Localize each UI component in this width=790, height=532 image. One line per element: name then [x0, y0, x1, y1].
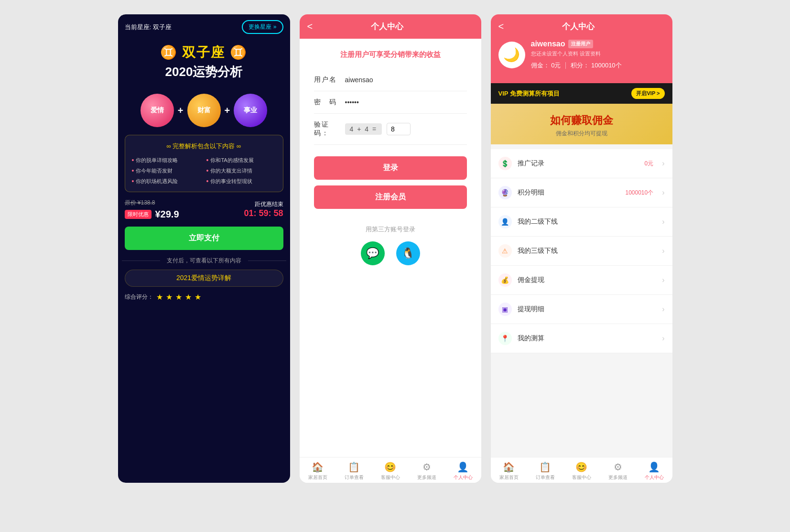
nav-home[interactable]: 🏠 家居首页 [300, 461, 336, 481]
password-label: 密 码 [314, 98, 340, 107]
profile-setup-text: 您还未设置个人资料 设置资料 [531, 50, 622, 57]
my-readings-label: 我的测算 [518, 334, 648, 343]
buy-button[interactable]: 立即支付 [125, 227, 283, 250]
orders-icon: 📋 [348, 461, 360, 473]
countdown-timer: 01: 59: 58 [244, 208, 283, 218]
vip-button[interactable]: 开启VIP > [631, 88, 664, 99]
bottom-nav-profile: 🏠 家居首页 📋 订单查看 😊 客服中心 ⚙ 更多频道 👤 个人中心 [491, 457, 672, 483]
zodiac-balls: 爱情 + 财富 + 事业 [118, 86, 290, 135]
nav-orders-p-label: 订单查看 [536, 474, 555, 481]
vip-text: VIP 免费测算所有项目 [498, 89, 560, 98]
nav-profile[interactable]: 👤 个人中心 [445, 461, 481, 481]
content-item: 你的职场机遇风险 [132, 177, 202, 185]
arrow-icon: › [662, 188, 664, 197]
captcha-row: 验证码： 4 + 4 = [314, 114, 467, 145]
commission-banner: 如何赚取佣金 佣金和积分均可提现 [491, 104, 672, 144]
login-button[interactable]: 登录 [314, 156, 467, 180]
bottom-nav-login: 🏠 家居首页 📋 订单查看 😊 客服中心 ⚙ 更多频道 👤 个人中心 [300, 457, 481, 483]
original-price: 原价 ¥138.8 [125, 199, 179, 207]
wechat-login-button[interactable]: 💬 [361, 241, 385, 265]
nav-orders[interactable]: 📋 订单查看 [336, 461, 372, 481]
back-button[interactable]: < [307, 21, 313, 32]
nav-more-p[interactable]: ⚙ 更多频道 [600, 461, 636, 481]
profile-icon: 👤 [457, 461, 469, 473]
qq-login-button[interactable]: 🐧 [396, 241, 420, 265]
avatar: 🌙 [498, 42, 525, 68]
balance-label: 佣金： 0元 [531, 61, 561, 70]
vip-banner: VIP 免费测算所有项目 开启VIP > [491, 83, 672, 104]
profile-stats: 佣金： 0元 积分： 1000010个 [531, 61, 622, 70]
arrow-icon: › [662, 159, 664, 168]
home-icon: 🏠 [312, 461, 324, 473]
menu-promo[interactable]: 💲 推广记录 0元 › [491, 149, 672, 178]
nav-more-label: 更多频道 [417, 474, 436, 481]
plus-sign-1: + [178, 105, 184, 116]
commission-sub: 佣金和积分均可提现 [498, 130, 665, 138]
arrow-icon: › [662, 334, 664, 343]
content-item: 你和TA的感情发展 [206, 156, 276, 164]
third-party-section: 用第三方账号登录 💬 🐧 [300, 220, 481, 275]
captcha-image: 4 + 4 = [345, 123, 382, 135]
star-2: ★ [166, 293, 173, 302]
withdraw-commission-icon: 💰 [498, 273, 512, 287]
change-sign-button[interactable]: 更换星座 » [242, 20, 283, 34]
content-item: 你的事业转型现状 [206, 177, 276, 185]
nav-more[interactable]: ⚙ 更多频道 [409, 461, 445, 481]
level3-icon: ⚠ [498, 244, 512, 258]
password-input[interactable] [345, 98, 467, 106]
my-readings-icon: 📍 [498, 332, 512, 345]
unlock-item: 2021爱情运势详解 [125, 270, 283, 287]
nav-home-p[interactable]: 🏠 家居首页 [491, 461, 527, 481]
captcha-label: 验证码： [314, 120, 340, 138]
nav-service[interactable]: 😊 客服中心 [372, 461, 409, 481]
nav-profile-label: 个人中心 [454, 474, 473, 481]
menu-level2[interactable]: 👤 我的二级下线 › [491, 207, 672, 237]
current-price: ¥29.9 [155, 209, 179, 220]
menu-withdraw-commission[interactable]: 💰 佣金提现 › [491, 266, 672, 295]
stat-divider [565, 62, 566, 69]
username-input[interactable] [345, 76, 467, 84]
login-promo-text: 注册用户可享受分销带来的收益 [300, 39, 481, 69]
service-icon-p: 😊 [575, 461, 587, 473]
more-icon-p: ⚙ [614, 461, 622, 473]
menu-list: 💲 推广记录 0元 › 🔮 积分明细 1000010个 › 👤 我的二级下线 ›… [491, 149, 672, 353]
star-3: ★ [175, 293, 182, 302]
menu-my-readings[interactable]: 📍 我的测算 › [491, 324, 672, 353]
menu-withdraw-detail[interactable]: ▣ 提现明细 › [491, 295, 672, 324]
commission-title: 如何赚取佣金 [498, 113, 665, 128]
wealth-ball: 财富 [187, 94, 221, 127]
points-label: 积分： 1000010个 [571, 61, 621, 70]
level3-label: 我的三级下线 [518, 247, 648, 255]
career-ball: 事业 [234, 94, 267, 127]
promo-value: 0元 [644, 160, 653, 168]
arrow-icon: › [662, 305, 664, 314]
zodiac-year-title: 2020运势分析 [118, 64, 290, 80]
profile-username: aiwensao [531, 40, 565, 48]
nav-home-label: 家居首页 [308, 474, 327, 481]
login-form: 用户名 密 码 验证码： 4 + 4 = [300, 69, 481, 145]
menu-points[interactable]: 🔮 积分明细 1000010个 › [491, 178, 672, 207]
profile-back-button[interactable]: < [498, 21, 504, 32]
withdraw-commission-label: 佣金提现 [518, 276, 648, 284]
register-button[interactable]: 注册会员 [314, 185, 467, 209]
discount-badge: 限时优惠 [125, 210, 152, 219]
content-item: 你的大额支出详情 [206, 167, 276, 174]
star-1: ★ [156, 293, 163, 302]
content-list: 你的脱单详细攻略 你和TA的感情发展 你今年能否发财 你的大额支出详情 你的职场… [132, 156, 276, 185]
nav-orders-p[interactable]: 📋 订单查看 [527, 461, 563, 481]
nav-profile-p[interactable]: 👤 个人中心 [636, 461, 672, 481]
profile-panel: < 个人中心 🌙 aiwensao 注册用户 您还未设置个人资料 设置资料 [491, 14, 672, 483]
points-icon: 🔮 [498, 186, 512, 199]
withdraw-detail-icon: ▣ [498, 303, 512, 316]
home-icon-p: 🏠 [503, 461, 515, 473]
profile-header: < 个人中心 🌙 aiwensao 注册用户 您还未设置个人资料 设置资料 [491, 14, 672, 83]
login-panel-title: 个人中心 [317, 21, 457, 32]
content-item: 你今年能否发财 [132, 167, 202, 174]
profile-panel-title: 个人中心 [509, 21, 648, 32]
menu-level3[interactable]: ⚠ 我的三级下线 › [491, 237, 672, 266]
password-row: 密 码 [314, 91, 467, 114]
nav-more-p-label: 更多频道 [608, 474, 628, 481]
nav-service-p[interactable]: 😊 客服中心 [563, 461, 600, 481]
rating-row: 综合评分： ★ ★ ★ ★ ★ [118, 287, 290, 307]
captcha-answer-input[interactable] [387, 123, 411, 135]
